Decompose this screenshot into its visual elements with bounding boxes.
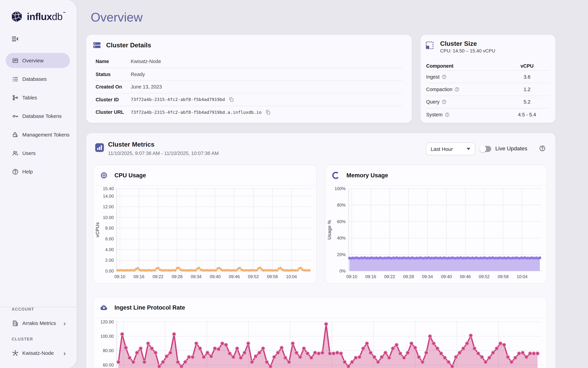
svg-text:2.00: 2.00 xyxy=(105,258,114,263)
svg-text:09:40: 09:40 xyxy=(210,274,221,279)
cpu-usage-title: CPU Usage xyxy=(114,172,146,179)
svg-text:10:04: 10:04 xyxy=(286,274,297,279)
svg-text:09:34: 09:34 xyxy=(422,274,433,279)
toggle-knob xyxy=(479,146,486,152)
cluster-switcher[interactable]: Kwisatz-Node xyxy=(6,345,71,360)
sidebar-divider xyxy=(0,307,77,307)
cluster-name: Kwisatz-Node xyxy=(22,350,62,356)
svg-text:09:46: 09:46 xyxy=(460,274,471,279)
svg-text:120.00: 120.00 xyxy=(100,320,114,324)
svg-text:8.00: 8.00 xyxy=(105,226,114,230)
details-row: Name Kwisatz-Node xyxy=(96,55,402,68)
cluster-details-title: Cluster Details xyxy=(106,41,151,49)
svg-text:12.00: 12.00 xyxy=(103,204,114,209)
question-circle-icon[interactable] xyxy=(455,87,460,92)
svg-text:Usage %: Usage % xyxy=(327,220,332,239)
svg-text:09:22: 09:22 xyxy=(384,274,395,279)
sidebar-nav: Overview Databases Tables Database Token… xyxy=(6,53,70,183)
ingest-rate-chart: 09:1009:1609:2209:2809:3409:4009:4609:52… xyxy=(93,318,547,368)
influxdb-logo[interactable]: influxdb ™ xyxy=(10,10,66,25)
details-row: Status Ready xyxy=(96,68,402,81)
copy-icon[interactable] xyxy=(229,97,234,102)
cluster-metrics-title: Cluster Metrics xyxy=(108,141,154,148)
memory-usage-card: Memory Usage 09:1009:1609:2209:2809:3409… xyxy=(325,165,547,284)
account-name: Arrakis Metrics xyxy=(22,320,62,326)
cluster-metrics-panel: Cluster Metrics 11/10/2025, 9:07:36 AM -… xyxy=(86,133,555,368)
svg-text:09:58: 09:58 xyxy=(267,274,278,279)
live-updates-label: Live Updates xyxy=(495,146,527,152)
svg-text:14.00: 14.00 xyxy=(103,194,114,199)
live-updates-toggle[interactable] xyxy=(480,146,491,152)
svg-text:40%: 40% xyxy=(337,236,346,240)
sidebar-item-help[interactable]: Help xyxy=(6,164,70,179)
svg-text:15.40: 15.40 xyxy=(103,186,114,191)
cluster-size-card: Cluster Size CPU: 14.50 – 15.40 vCPU Com… xyxy=(420,35,555,123)
cloud-download-icon xyxy=(100,303,108,312)
size-row: System 4.5 - 5.4 xyxy=(426,108,550,121)
building-icon xyxy=(12,320,19,326)
account-switcher[interactable]: Arrakis Metrics xyxy=(6,316,71,331)
cluster-metrics-icon xyxy=(95,143,104,152)
svg-text:100%: 100% xyxy=(335,186,346,191)
svg-text:09:52: 09:52 xyxy=(248,274,259,279)
svg-text:09:28: 09:28 xyxy=(172,274,182,279)
svg-text:09:28: 09:28 xyxy=(403,274,414,279)
svg-text:09:10: 09:10 xyxy=(114,274,125,279)
cluster-details-card: Cluster Details Name Kwisatz-Node Status… xyxy=(86,35,412,123)
size-row: Ingest 3.6 xyxy=(426,70,550,83)
key-icon xyxy=(12,113,19,119)
chevron-right-icon xyxy=(62,351,67,355)
memory-usage-title: Memory Usage xyxy=(346,172,388,179)
account-section-label: ACCOUNT xyxy=(12,307,34,312)
col-vcpu: vCPU xyxy=(504,63,550,68)
col-component: Component xyxy=(426,63,504,68)
sidebar-collapse-icon[interactable] xyxy=(11,35,19,43)
svg-text:09:10: 09:10 xyxy=(346,274,357,279)
memory-donut-icon xyxy=(332,171,340,179)
cpu-usage-chart: 09:1009:1609:2209:2809:3409:4009:4609:52… xyxy=(93,185,316,283)
logo-text: influxdb xyxy=(27,10,63,24)
cluster-node-icon xyxy=(12,350,19,356)
cluster-size-icon xyxy=(425,41,434,50)
time-range-dropdown[interactable]: Last Hour xyxy=(426,142,475,155)
svg-text:09:16: 09:16 xyxy=(365,274,376,279)
svg-text:20%: 20% xyxy=(337,252,346,257)
svg-text:09:40: 09:40 xyxy=(441,274,452,279)
help-icon xyxy=(12,168,19,175)
metrics-help-icon[interactable] xyxy=(539,145,546,152)
svg-text:0.00: 0.00 xyxy=(105,268,114,273)
app-window: influxdb ™ Overview Databases Tables Dat… xyxy=(0,0,588,368)
question-circle-icon[interactable] xyxy=(442,74,447,79)
question-circle-icon[interactable] xyxy=(442,100,447,105)
sidebar-item-tables[interactable]: Tables xyxy=(6,90,70,105)
question-circle-icon[interactable] xyxy=(445,112,450,117)
svg-text:60%: 60% xyxy=(337,219,346,224)
users-icon xyxy=(12,150,19,156)
svg-text:4.00: 4.00 xyxy=(105,247,114,252)
svg-text:80.00: 80.00 xyxy=(103,348,114,353)
sidebar-item-databases[interactable]: Databases xyxy=(6,71,70,86)
svg-text:80%: 80% xyxy=(337,203,346,207)
details-row: Created On June 13, 2023 xyxy=(96,81,402,93)
svg-text:60.00: 60.00 xyxy=(103,363,114,367)
svg-text:09:52: 09:52 xyxy=(479,274,490,279)
svg-text:6.00: 6.00 xyxy=(105,236,114,241)
sidebar-item-database-tokens[interactable]: Database Tokens xyxy=(6,109,70,124)
svg-text:100.00: 100.00 xyxy=(100,334,114,339)
chevron-right-icon xyxy=(62,321,67,325)
cpu-usage-card: CPU Usage 09:1009:1609:2209:2809:3409:40… xyxy=(93,165,317,284)
copy-icon[interactable] xyxy=(265,110,271,115)
memory-usage-chart: 09:1009:1609:2209:2809:3409:4009:4609:52… xyxy=(325,185,547,283)
sidebar-item-overview[interactable]: Overview xyxy=(6,53,70,68)
influxdb-logo-icon xyxy=(10,10,23,25)
sidebar-item-users[interactable]: Users xyxy=(6,146,70,161)
overview-icon xyxy=(12,57,19,64)
lock-icon xyxy=(12,131,19,138)
sidebar-item-management-tokens[interactable]: Management Tokens xyxy=(6,127,70,142)
page-title: Overview xyxy=(91,10,143,25)
logo-trademark: ™ xyxy=(63,11,66,15)
svg-text:0%: 0% xyxy=(339,268,346,273)
cluster-details-table: Name Kwisatz-Node Status Ready Created O… xyxy=(96,55,402,118)
details-row: Cluster URL 73f72a4b-2315-4fc2-abf8-f5b4… xyxy=(96,106,402,118)
cluster-details-icon xyxy=(92,41,101,50)
